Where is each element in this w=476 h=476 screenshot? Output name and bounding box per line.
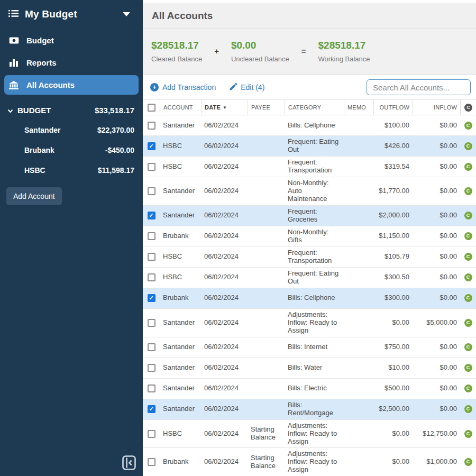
cell-inflow: $0.00: [413, 161, 460, 173]
cleared-icon[interactable]: C: [464, 294, 472, 302]
cell-outflow: $426.00: [373, 140, 413, 152]
add-transaction-button[interactable]: + Add Transaction: [150, 83, 216, 91]
cell-date: 06/02/2024: [201, 140, 248, 152]
cell-outflow: $750.00: [373, 341, 413, 353]
cell-category: Frequent: Transportation: [285, 247, 344, 267]
cleared-icon[interactable]: C: [464, 232, 472, 240]
table-row[interactable]: ✓ Santander 06/02/2024 Frequent: Groceri…: [143, 206, 476, 226]
table-row[interactable]: Santander 06/02/2024 Bills: Internet $75…: [143, 337, 476, 358]
budget-switcher[interactable]: My Budget: [0, 0, 143, 28]
header-payee[interactable]: PAYEE: [248, 100, 285, 115]
sidebar-account-row[interactable]: Santander $22,370.00: [0, 120, 143, 140]
table-row[interactable]: ✓ HSBC 06/02/2024 Frequent: Eating Out $…: [143, 136, 476, 157]
row-checkbox[interactable]: [148, 385, 155, 392]
cell-memo: [344, 276, 373, 280]
table-row[interactable]: Santander 06/02/2024 Adjustments: Inflow…: [143, 309, 476, 337]
cleared-icon[interactable]: C: [464, 122, 472, 130]
table-row[interactable]: Brubank 06/02/2024 Non-Monthly: Gifts $1…: [143, 226, 476, 247]
select-all-checkbox[interactable]: [143, 100, 160, 115]
table-row[interactable]: ✓ Santander 06/02/2024 Bills: Rent/Mortg…: [143, 399, 476, 420]
row-checkbox[interactable]: ✓: [148, 405, 155, 413]
search-input[interactable]: [367, 79, 471, 95]
row-checkbox[interactable]: [148, 253, 155, 261]
sidebar-item-reports[interactable]: Reports: [0, 53, 143, 72]
collapse-sidebar-icon[interactable]: [122, 455, 136, 470]
cell-inflow: $0.00: [413, 120, 460, 132]
working-balance-label: Working Balance: [318, 55, 370, 63]
working-balance-amount: $28518.17: [318, 40, 370, 51]
row-checkbox[interactable]: [148, 364, 155, 372]
row-checkbox[interactable]: [148, 319, 155, 327]
table-row[interactable]: Santander 06/02/2024 Bills: Electric $50…: [143, 379, 476, 399]
table-row[interactable]: Santander 06/02/2024 Bills: Water $10.00…: [143, 358, 476, 379]
header-outflow[interactable]: OUTFLOW: [373, 100, 413, 115]
table-row[interactable]: Brubank 06/02/2024 Starting Balance Adju…: [143, 448, 476, 476]
sidebar-item-budget[interactable]: Budget: [0, 31, 143, 50]
table-row[interactable]: HSBC 06/02/2024 Frequent: Eating Out $30…: [143, 268, 476, 288]
cleared-icon[interactable]: C: [464, 319, 472, 327]
table-row[interactable]: Santander 06/02/2024 Bills: Cellphone $1…: [143, 115, 476, 136]
header-date[interactable]: DATE▼: [201, 100, 248, 115]
cleared-icon[interactable]: C: [464, 458, 472, 466]
cleared-icon[interactable]: C: [464, 187, 472, 195]
cleared-icon[interactable]: C: [464, 142, 472, 150]
row-checkbox[interactable]: [148, 430, 155, 438]
cell-memo: [344, 144, 373, 148]
cell-memo: [344, 296, 373, 300]
row-checkbox[interactable]: [148, 458, 155, 466]
table-row[interactable]: HSBC 06/02/2024 Frequent: Transportation…: [143, 157, 476, 177]
cell-outflow: $10.00: [373, 362, 413, 374]
row-checkbox[interactable]: [148, 232, 155, 240]
cell-account: Santander: [160, 341, 201, 353]
header-memo[interactable]: MEMO: [344, 100, 373, 115]
cleared-icon[interactable]: C: [464, 385, 472, 392]
table-row[interactable]: Santander 06/02/2024 Non-Monthly: Auto M…: [143, 177, 476, 206]
cell-memo: [344, 321, 373, 325]
add-account-button[interactable]: Add Account: [6, 187, 62, 205]
cell-memo: [344, 407, 373, 411]
header-account[interactable]: ACCOUNT: [160, 100, 201, 115]
row-checkbox[interactable]: [148, 273, 155, 281]
cleared-icon[interactable]: C: [464, 430, 472, 438]
cell-payee: [248, 123, 285, 127]
sidebar-account-row[interactable]: HSBC $11,598.17: [0, 160, 143, 180]
table-row[interactable]: ✓ Brubank 06/02/2024 Bills: Cellphone $3…: [143, 288, 476, 309]
cleared-icon[interactable]: C: [464, 163, 472, 171]
header-cleared-icon[interactable]: C: [460, 100, 476, 115]
cell-date: 06/02/2024: [201, 428, 248, 440]
row-checkbox[interactable]: ✓: [148, 212, 155, 219]
budget-section-total: $33,518.17: [95, 106, 134, 115]
table-row[interactable]: HSBC 06/02/2024 Starting Balance Adjustm…: [143, 420, 476, 448]
cleared-icon[interactable]: C: [464, 405, 472, 413]
caret-down-icon[interactable]: [123, 12, 130, 16]
sidebar-account-row[interactable]: Brubank -$450.00: [0, 140, 143, 160]
row-checkbox[interactable]: [148, 187, 155, 195]
cleared-icon[interactable]: C: [464, 364, 472, 372]
cell-payee: [248, 144, 285, 148]
row-checkbox[interactable]: [148, 122, 155, 130]
account-name: Santander: [24, 126, 60, 134]
cleared-icon[interactable]: C: [464, 253, 472, 261]
banknote-icon: [8, 37, 19, 44]
cell-date: 06/02/2024: [201, 292, 248, 304]
uncleared-balance-amount: $0.00: [231, 40, 289, 51]
cell-inflow: $0.00: [413, 209, 460, 222]
cell-account: Santander: [160, 382, 201, 395]
table-row[interactable]: HSBC 06/02/2024 Frequent: Transportation…: [143, 247, 476, 268]
sidebar-item-all-accounts[interactable]: All Accounts: [4, 75, 139, 95]
row-checkbox[interactable]: [148, 343, 155, 351]
cleared-icon[interactable]: C: [464, 273, 472, 281]
cleared-icon[interactable]: C: [464, 343, 472, 351]
header-category[interactable]: CATEGORY: [285, 100, 344, 115]
edit-button[interactable]: Edit (4): [230, 83, 264, 92]
cell-memo: [344, 234, 373, 239]
row-checkbox[interactable]: [148, 163, 155, 171]
budget-section-header[interactable]: BUDGET $33,518.17: [0, 97, 143, 120]
header-inflow[interactable]: INFLOW: [413, 100, 460, 115]
cell-memo: [344, 214, 373, 218]
page-title: All Accounts: [152, 10, 467, 22]
row-checkbox[interactable]: ✓: [148, 142, 155, 150]
row-checkbox[interactable]: ✓: [148, 294, 155, 302]
cleared-icon[interactable]: C: [464, 212, 472, 219]
cell-category: Frequent: Transportation: [285, 157, 344, 177]
